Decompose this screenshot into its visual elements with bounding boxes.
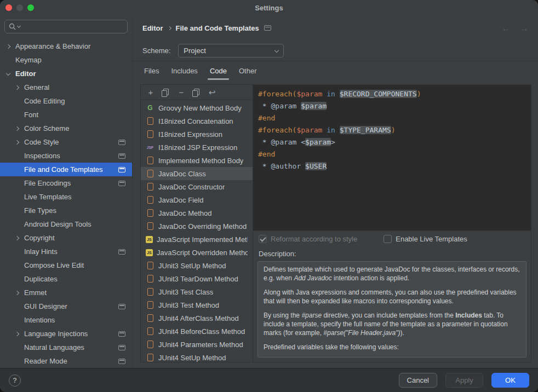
checkbox-enable-live-templates[interactable]: Enable Live Templates <box>384 235 467 243</box>
chevron-right-icon[interactable] <box>15 86 24 89</box>
chevron-right-icon[interactable] <box>15 332 24 336</box>
sidebar-item-inlay-hints[interactable]: Inlay Hints <box>0 245 132 258</box>
sidebar-item-android-design-tools[interactable]: Android Design Tools <box>0 217 132 231</box>
tab-includes[interactable]: Includes <box>165 67 203 80</box>
help-button[interactable]: ? <box>9 374 21 387</box>
template-item-javascript-implemented-methods[interactable]: JSJavaScript Implemented Methods <box>141 233 253 246</box>
sidebar-item-file-encodings[interactable]: File Encodings <box>0 176 132 190</box>
sidebar-item-reader-mode[interactable]: Reader Mode <box>0 354 132 368</box>
sidebar-item-color-scheme[interactable]: Color Scheme <box>0 122 132 135</box>
template-item-javadoc-constructor[interactable]: JavaDoc Constructor <box>141 180 253 193</box>
sidebar-item-file-types[interactable]: File Types <box>0 204 132 217</box>
template-item-i18nized-concatenation[interactable]: I18nized Concatenation <box>141 114 253 128</box>
sidebar-item-file-and-code-templates[interactable]: File and Code Templates <box>0 163 132 176</box>
checkbox-label: Enable Live Templates <box>396 235 467 243</box>
template-item-label: JavaDoc Constructor <box>158 183 225 191</box>
sidebar-item-label: File Encodings <box>24 179 71 187</box>
back-icon[interactable]: ← <box>502 24 510 33</box>
template-item-junit4-beforeclass-method[interactable]: JUnit4 BeforeClass Method <box>141 325 253 338</box>
groovy-icon: G <box>146 103 154 112</box>
breadcrumb-page-title: File and Code Templates <box>176 24 259 32</box>
forward-icon[interactable]: → <box>520 24 528 33</box>
chevron-down-icon[interactable] <box>7 73 15 75</box>
sidebar-item-compose-live-edit[interactable]: Compose Live Edit <box>0 258 132 272</box>
settings-search[interactable] <box>4 20 128 33</box>
current-project-icon <box>118 249 125 255</box>
template-list-pane: +−↩ GGroovy New Method BodyI18nized Conc… <box>141 85 253 362</box>
template-item-junit3-test-class[interactable]: JUnit3 Test Class <box>141 285 253 298</box>
sidebar-item-label: Appearance & Behavior <box>15 42 90 50</box>
copy-template-icon[interactable] <box>162 89 170 96</box>
close-window-button[interactable] <box>5 4 12 11</box>
sidebar-item-gui-designer[interactable]: GUI Designer <box>0 299 132 313</box>
template-item-junit4-parameters-method[interactable]: JUnit4 Parameters Method <box>141 338 253 351</box>
description-box[interactable]: Defines template which used to generate … <box>257 261 526 358</box>
ok-button[interactable]: OK <box>491 373 529 388</box>
tab-files[interactable]: Files <box>138 67 165 80</box>
template-item-javadoc-class[interactable]: JavaDoc Class <box>141 167 253 180</box>
sidebar-item-editor[interactable]: Editor <box>0 67 132 80</box>
sidebar-item-code-editing[interactable]: Code Editing <box>0 94 132 108</box>
template-item-label: I18nized Concatenation <box>158 117 233 125</box>
cancel-button[interactable]: Cancel <box>399 373 437 388</box>
sidebar-item-keymap[interactable]: Keymap <box>0 53 132 67</box>
template-item-junit4-afterclass-method[interactable]: JUnit4 AfterClass Method <box>141 312 253 325</box>
scheme-select[interactable]: Project <box>178 44 284 57</box>
code-line: #foreach($param in $RECORD_COMPONENTS) <box>258 88 526 100</box>
template-item-junit3-setup-method[interactable]: JUnit3 SetUp Method <box>141 259 253 272</box>
sidebar-item-natural-languages[interactable]: Natural Languages <box>0 341 132 354</box>
template-item-javadoc-method[interactable]: JavaDoc Method <box>141 206 253 220</box>
description-paragraph: Predefined variables take the following … <box>264 343 520 351</box>
duplicate-template-icon[interactable] <box>192 89 201 96</box>
sidebar-item-font[interactable]: Font <box>0 108 132 122</box>
checkbox-row: Reformat according to styleEnable Live T… <box>253 230 531 247</box>
checkbox-box[interactable] <box>384 235 392 243</box>
sidebar-item-intentions[interactable]: Intentions <box>0 313 132 327</box>
sidebar-item-general[interactable]: General <box>0 80 132 94</box>
sidebar-item-duplicates[interactable]: Duplicates <box>0 272 132 286</box>
tab-code[interactable]: Code <box>204 67 233 80</box>
template-item-junit3-test-method[interactable]: JUnit3 Test Method <box>141 298 253 312</box>
sidebar-item-inspections[interactable]: Inspections <box>0 149 132 163</box>
sidebar-item-label: General <box>24 83 49 91</box>
sidebar-item-label: Copyright <box>24 234 55 242</box>
code-line: * @param <$param> <box>258 136 526 148</box>
sidebar-item-language-injections[interactable]: Language Injections <box>0 327 132 341</box>
description-paragraph: Defines template which used to generate … <box>264 265 520 283</box>
content-panes: +−↩ GGroovy New Method BodyI18nized Conc… <box>140 84 531 362</box>
sidebar-item-live-templates[interactable]: Live Templates <box>0 190 132 204</box>
add-template-icon[interactable]: + <box>146 88 155 97</box>
chevron-right-icon[interactable] <box>15 127 24 130</box>
sidebar-item-appearance-behavior[interactable]: Appearance & Behavior <box>0 39 132 53</box>
template-item-groovy-new-method-body[interactable]: GGroovy New Method Body <box>141 101 253 114</box>
search-input[interactable] <box>22 22 123 31</box>
template-item-implemented-method-body[interactable]: Implemented Method Body <box>141 154 253 167</box>
code-editor[interactable]: #foreach($param in $RECORD_COMPONENTS) *… <box>253 85 531 230</box>
chevron-right-icon[interactable] <box>15 237 24 240</box>
breadcrumb-editor[interactable]: Editor <box>142 24 163 32</box>
search-history-chevron-icon[interactable] <box>17 24 21 28</box>
tab-other[interactable]: Other <box>233 67 263 80</box>
titlebar: Settings <box>0 0 538 15</box>
template-item-junit3-teardown-method[interactable]: JUnit3 TearDown Method <box>141 272 253 285</box>
sidebar-item-copyright[interactable]: Copyright <box>0 231 132 245</box>
template-item-javadoc-field[interactable]: JavaDoc Field <box>141 193 253 206</box>
template-item-i18nized-jsp-expression[interactable]: JSPI18nized JSP Expression <box>141 141 253 154</box>
chevron-right-icon[interactable] <box>15 291 24 295</box>
code-line: * @author $USER <box>258 160 526 172</box>
sidebar-item-label: Compose Live Edit <box>24 261 84 269</box>
sidebar-item-label: Emmet <box>24 289 47 297</box>
chevron-right-icon[interactable] <box>15 141 24 144</box>
sidebar-item-code-style[interactable]: Code Style <box>0 135 132 149</box>
template-item-i18nized-expression[interactable]: I18nized Expression <box>141 128 253 141</box>
chevron-right-icon[interactable] <box>7 45 15 48</box>
window-title: Settings <box>255 4 283 12</box>
sidebar-item-emmet[interactable]: Emmet <box>0 286 132 299</box>
reset-templates-icon[interactable]: ↩ <box>208 88 216 97</box>
template-item-javadoc-overriding-method[interactable]: JavaDoc Overriding Method <box>141 220 253 233</box>
remove-template-icon[interactable]: − <box>177 88 186 97</box>
template-item-junit4-setup-method[interactable]: JUnit4 SetUp Method <box>141 351 253 362</box>
zoom-window-button[interactable] <box>27 4 34 11</box>
sidebar-item-label: Language Injections <box>24 330 88 338</box>
template-item-javascript-overridden-methods[interactable]: JSJavaScript Overridden Methods <box>141 246 253 259</box>
